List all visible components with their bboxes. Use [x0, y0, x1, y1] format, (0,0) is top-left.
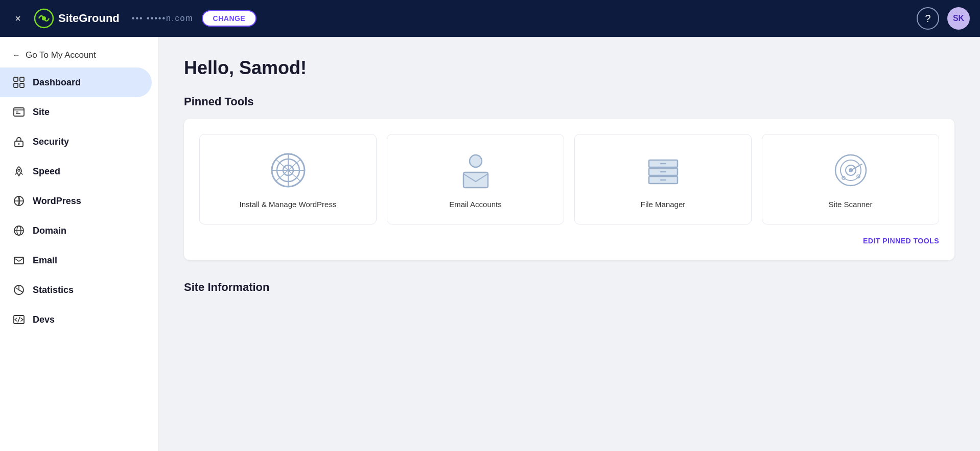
- main-content: Hello, Samod! Pinned Tools: [158, 37, 980, 451]
- close-button[interactable]: ×: [10, 11, 26, 26]
- tool-label: Site Scanner: [829, 200, 873, 209]
- svg-point-11: [18, 143, 20, 145]
- svg-rect-17: [14, 257, 24, 264]
- tool-label: Install & Manage WordPress: [240, 200, 337, 209]
- avatar[interactable]: SK: [947, 7, 970, 30]
- sidebar-item-site[interactable]: Site: [0, 97, 152, 127]
- svg-line-20: [18, 317, 20, 322]
- siteground-logo-icon: [34, 8, 54, 29]
- sidebar-item-label: Site: [33, 107, 50, 118]
- svg-rect-3: [20, 77, 24, 81]
- layout: ← Go To My Account Dashboard: [0, 37, 980, 451]
- sidebar-item-statistics[interactable]: Statistics: [0, 275, 152, 305]
- svg-point-1: [42, 16, 46, 20]
- site-scanner-tool-icon: [830, 150, 871, 191]
- tool-item-scanner[interactable]: Site Scanner: [762, 134, 939, 224]
- edit-pinned-section: EDIT PINNED TOOLS: [199, 237, 939, 245]
- change-button[interactable]: CHANGE: [202, 10, 257, 27]
- sidebar-item-dashboard[interactable]: Dashboard: [0, 67, 152, 97]
- greeting: Hello, Samod!: [184, 57, 954, 79]
- globe-icon: [12, 225, 26, 236]
- sidebar-item-label: Statistics: [33, 285, 74, 296]
- sidebar-item-security[interactable]: Security: [0, 127, 152, 156]
- sidebar-item-domain[interactable]: Domain: [0, 216, 152, 245]
- pinned-tools-title: Pinned Tools: [184, 95, 954, 108]
- file-manager-tool-icon: [643, 150, 684, 191]
- sidebar-item-wordpress[interactable]: WordPress: [0, 186, 152, 216]
- code-icon: [12, 314, 26, 325]
- svg-rect-4: [14, 83, 18, 87]
- grid-icon: [12, 77, 26, 88]
- help-button[interactable]: ?: [917, 7, 939, 30]
- topnav: × SiteGround ••• •••••n.com CHANGE ? SK: [0, 0, 980, 37]
- tool-item-filemanager[interactable]: File Manager: [574, 134, 752, 224]
- svg-rect-6: [14, 108, 24, 116]
- mail-icon: [12, 255, 26, 266]
- sidebar-item-label: Email: [33, 255, 57, 266]
- wordpress-tool-icon: [268, 150, 309, 191]
- back-link[interactable]: ← Go To My Account: [0, 43, 158, 67]
- tool-label: Email Accounts: [449, 200, 502, 209]
- sidebar-item-label: Devs: [33, 314, 55, 325]
- tool-item-email[interactable]: Email Accounts: [387, 134, 564, 224]
- logo: SiteGround: [34, 8, 120, 29]
- rocket-icon: [12, 166, 26, 177]
- sidebar-item-speed[interactable]: Speed: [0, 156, 152, 186]
- logo-text: SiteGround: [58, 12, 120, 25]
- sidebar-item-label: Speed: [33, 166, 60, 177]
- svg-point-28: [470, 155, 482, 167]
- sidebar-item-label: Security: [33, 137, 69, 147]
- back-arrow-icon: ←: [12, 51, 20, 60]
- sidebar-item-label: WordPress: [33, 196, 81, 207]
- sidebar-item-devs[interactable]: Devs: [0, 305, 152, 334]
- email-accounts-tool-icon: [455, 150, 496, 191]
- svg-rect-5: [20, 83, 24, 87]
- site-information-title: Site Information: [184, 281, 954, 294]
- tool-item-wordpress[interactable]: Install & Manage WordPress: [199, 134, 377, 224]
- nav-right: ? SK: [917, 7, 970, 30]
- tools-grid: Install & Manage WordPress Email Accoun: [199, 134, 939, 224]
- site-icon: [12, 106, 26, 118]
- pinned-tools-card: Install & Manage WordPress Email Accoun: [184, 119, 954, 260]
- sidebar-item-label: Domain: [33, 226, 66, 236]
- svg-rect-2: [14, 77, 18, 81]
- sidebar-item-label: Dashboard: [33, 77, 81, 88]
- lock-icon: [12, 136, 26, 147]
- wp-icon: [12, 195, 26, 207]
- chart-icon: [12, 284, 26, 296]
- site-domain: ••• •••••n.com: [132, 14, 194, 23]
- back-label: Go To My Account: [26, 50, 96, 60]
- sidebar: ← Go To My Account Dashboard: [0, 37, 158, 451]
- svg-rect-29: [463, 172, 488, 188]
- svg-point-12: [18, 169, 20, 171]
- sidebar-item-email[interactable]: Email: [0, 245, 152, 275]
- edit-pinned-button[interactable]: EDIT PINNED TOOLS: [863, 237, 939, 245]
- tool-label: File Manager: [641, 200, 686, 209]
